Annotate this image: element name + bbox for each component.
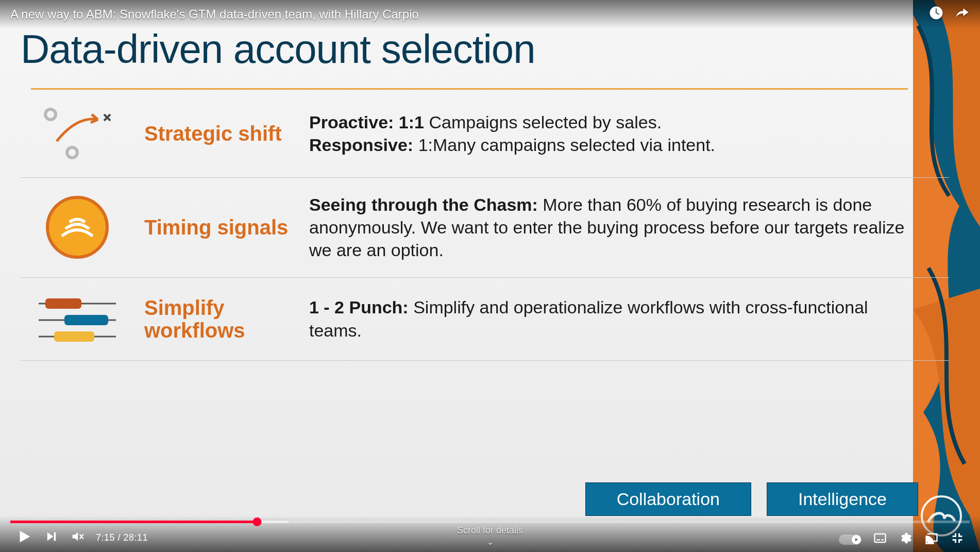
- mute-icon[interactable]: [70, 529, 85, 546]
- row-body-lead: Seeing through the Chasm:: [309, 195, 538, 214]
- progress-scrubber[interactable]: [252, 517, 261, 526]
- fullscreen-exit-button[interactable]: [950, 531, 965, 548]
- video-bottombar: 7:15 / 28:11 Scroll for details ⌄: [0, 516, 980, 552]
- video-topbar: A new way to ABM: Snowflake's GTM data-d…: [0, 0, 980, 29]
- svg-point-1: [45, 109, 56, 120]
- slide-row-timing-signals: Timing signals Seeing through the Chasm:…: [21, 178, 949, 278]
- progress-bar[interactable]: [10, 521, 970, 523]
- row-label: Strategic shift: [144, 122, 289, 145]
- svg-rect-18: [881, 539, 884, 540]
- slide-footer-tags: Collaboration Intelligence: [585, 482, 918, 516]
- svg-rect-16: [875, 534, 886, 542]
- svg-rect-10: [54, 331, 94, 342]
- share-icon[interactable]: [954, 5, 970, 24]
- play-button[interactable]: [15, 528, 33, 548]
- strategic-shift-icon: [31, 105, 124, 162]
- svg-point-2: [67, 147, 77, 158]
- slide-row-strategic-shift: Strategic shift Proactive: 1:1 Campaigns…: [21, 90, 949, 178]
- row-body: Seeing through the Chasm: More than 60% …: [309, 193, 908, 262]
- row-body-tail: 1:Many campaigns selected via intent.: [413, 135, 715, 155]
- progress-played: [10, 521, 257, 523]
- duration: 28:11: [124, 532, 148, 543]
- row-label: Simplify workflows: [144, 296, 289, 342]
- subtitles-button[interactable]: [873, 531, 887, 548]
- row-body-lead: Responsive:: [309, 135, 413, 155]
- row-label: Timing signals: [144, 216, 289, 239]
- simplify-workflows-icon: [31, 293, 124, 345]
- tag-collaboration: Collaboration: [585, 482, 751, 516]
- svg-rect-13: [54, 532, 56, 541]
- row-body-lead: 1 - 2 Punch:: [309, 297, 409, 317]
- video-title: A new way to ABM: Snowflake's GTM data-d…: [10, 7, 419, 22]
- cast-button[interactable]: [924, 531, 939, 548]
- svg-rect-17: [876, 539, 880, 540]
- timing-signals-icon: [31, 194, 124, 261]
- scroll-hint-label: Scroll for details: [457, 525, 523, 536]
- row-body-tail: Campaigns selected by sales.: [424, 112, 662, 132]
- time-display: 7:15 / 28:11: [96, 532, 148, 543]
- svg-rect-8: [64, 315, 108, 325]
- row-body-lead: Proactive: 1:1: [309, 112, 424, 132]
- chevron-down-icon: ⌄: [457, 537, 523, 547]
- settings-button[interactable]: [899, 531, 913, 548]
- row-body: Proactive: 1:1 Campaigns selected by sal…: [309, 111, 715, 156]
- svg-rect-6: [45, 298, 81, 309]
- tag-intelligence: Intelligence: [767, 482, 918, 516]
- autoplay-toggle[interactable]: [839, 534, 861, 545]
- next-button[interactable]: [44, 529, 59, 546]
- slide: Data-driven account selection Strategic …: [0, 0, 980, 552]
- watch-later-icon[interactable]: [928, 5, 944, 24]
- current-time: 7:15: [96, 532, 115, 543]
- video-player: Data-driven account selection Strategic …: [0, 0, 980, 552]
- slide-title: Data-driven account selection: [21, 26, 949, 73]
- scroll-for-details[interactable]: Scroll for details ⌄: [457, 525, 523, 547]
- slide-row-simplify-workflows: Simplify workflows 1 - 2 Punch: Simplify…: [21, 278, 949, 361]
- row-body: 1 - 2 Punch: Simplify and operationalize…: [309, 296, 908, 341]
